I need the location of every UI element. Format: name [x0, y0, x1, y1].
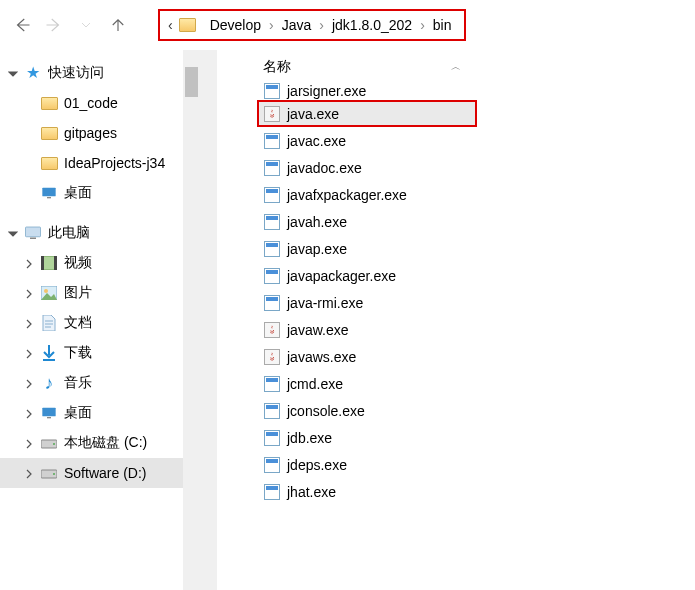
- arrow-up-icon: [109, 16, 127, 34]
- chevron-right-icon[interactable]: [24, 436, 38, 450]
- file-name: jhat.exe: [287, 484, 336, 500]
- breadcrumb-segment[interactable]: Java: [282, 17, 312, 33]
- file-name: jconsole.exe: [287, 403, 365, 419]
- file-name: java-rmi.exe: [287, 295, 363, 311]
- svg-rect-5: [41, 256, 44, 270]
- executable-icon: [263, 429, 281, 447]
- file-row[interactable]: java-rmi.exe: [257, 289, 695, 316]
- tree-item-label: 图片: [64, 284, 92, 302]
- java-icon: [263, 348, 281, 366]
- file-name: jcmd.exe: [287, 376, 343, 392]
- arrow-right-icon: [45, 16, 63, 34]
- file-row[interactable]: javaw.exe: [257, 316, 695, 343]
- chevron-right-icon[interactable]: ›: [420, 17, 425, 33]
- chevron-right-icon[interactable]: [24, 376, 38, 390]
- file-row[interactable]: java.exe: [257, 100, 477, 127]
- chevron-right-icon[interactable]: [24, 466, 38, 480]
- breadcrumb-segment[interactable]: bin: [433, 17, 452, 33]
- file-row[interactable]: javadoc.exe: [257, 154, 695, 181]
- executable-icon: [263, 483, 281, 501]
- svg-rect-2: [26, 227, 41, 237]
- file-name: java.exe: [287, 106, 339, 122]
- executable-icon: [263, 375, 281, 393]
- file-name: jarsigner.exe: [287, 83, 366, 99]
- executable-icon: [263, 294, 281, 312]
- chevron-right-icon[interactable]: [24, 256, 38, 270]
- file-row[interactable]: jhat.exe: [257, 478, 695, 505]
- tree-group[interactable]: 此电脑: [0, 218, 183, 248]
- tree-item[interactable]: 视频: [0, 248, 183, 278]
- executable-icon: [263, 240, 281, 258]
- column-header-name[interactable]: 名称: [263, 58, 291, 76]
- file-row[interactable]: javafxpackager.exe: [257, 181, 695, 208]
- breadcrumb[interactable]: ‹ Develop › Java › jdk1.8.0_202 › bin: [158, 9, 466, 41]
- nav-forward-button[interactable]: [44, 15, 64, 35]
- file-row[interactable]: jdb.exe: [257, 424, 695, 451]
- sidebar-scrollbar[interactable]: [183, 50, 200, 590]
- nav-arrow-group: [12, 15, 128, 35]
- chevron-right-icon[interactable]: [24, 316, 38, 330]
- file-row[interactable]: javaws.exe: [257, 343, 695, 370]
- tree-item[interactable]: 桌面: [0, 398, 183, 428]
- svg-rect-1: [47, 197, 51, 198]
- tree-group[interactable]: ★快速访问: [0, 58, 183, 88]
- file-list: 名称 ︿ jarsigner.exejava.exejavac.exejavad…: [217, 50, 695, 590]
- file-row[interactable]: javap.exe: [257, 235, 695, 262]
- tree-item-label: 桌面: [64, 184, 92, 202]
- chevron-right-icon[interactable]: [24, 346, 38, 360]
- scrollbar-thumb[interactable]: [185, 67, 198, 97]
- chevron-right-icon[interactable]: [24, 406, 38, 420]
- tree-item[interactable]: Software (D:): [0, 458, 183, 488]
- tree-item[interactable]: ♪音乐: [0, 368, 183, 398]
- breadcrumb-segment[interactable]: Develop: [210, 17, 261, 33]
- file-row[interactable]: jcmd.exe: [257, 370, 695, 397]
- tree-item-label: gitpages: [64, 125, 117, 141]
- file-name: javac.exe: [287, 133, 346, 149]
- arrow-left-icon: [13, 16, 31, 34]
- executable-icon: [263, 213, 281, 231]
- nav-back-button[interactable]: [12, 15, 32, 35]
- nav-recent-dropdown[interactable]: [76, 15, 96, 35]
- svg-rect-9: [43, 359, 55, 361]
- file-row[interactable]: jdeps.exe: [257, 451, 695, 478]
- tree-item[interactable]: 01_code: [0, 88, 183, 118]
- tree-item-label: 视频: [64, 254, 92, 272]
- file-row[interactable]: javah.exe: [257, 208, 695, 235]
- svg-point-15: [53, 473, 55, 475]
- chevron-right-icon[interactable]: ›: [319, 17, 324, 33]
- file-row[interactable]: jconsole.exe: [257, 397, 695, 424]
- file-name: javadoc.exe: [287, 160, 362, 176]
- file-row[interactable]: javac.exe: [257, 127, 695, 154]
- navigation-tree: ★快速访问01_codegitpagesIdeaProjects-j34桌面此电…: [0, 50, 200, 590]
- executable-icon: [263, 186, 281, 204]
- tree-item[interactable]: 文档: [0, 308, 183, 338]
- tree-item[interactable]: gitpages: [0, 118, 183, 148]
- nav-up-button[interactable]: [108, 15, 128, 35]
- chevron-down-icon[interactable]: [8, 66, 22, 80]
- chevron-right-icon[interactable]: ›: [269, 17, 274, 33]
- tree-item-label: Software (D:): [64, 465, 146, 481]
- file-name: javaws.exe: [287, 349, 356, 365]
- tree-item[interactable]: 桌面: [0, 178, 183, 208]
- tree-item-label: 文档: [64, 314, 92, 332]
- tree-item[interactable]: 本地磁盘 (C:): [0, 428, 183, 458]
- sort-caret-icon: ︿: [451, 60, 461, 74]
- svg-rect-6: [54, 256, 57, 270]
- chevron-down-icon[interactable]: [8, 226, 22, 240]
- breadcrumb-overflow[interactable]: ‹: [168, 17, 173, 33]
- tree-item[interactable]: 图片: [0, 278, 183, 308]
- file-row[interactable]: javapackager.exe: [257, 262, 695, 289]
- breadcrumb-segment[interactable]: jdk1.8.0_202: [332, 17, 412, 33]
- tree-item-label: IdeaProjects-j34: [64, 155, 165, 171]
- java-icon: [263, 105, 281, 123]
- executable-icon: [263, 132, 281, 150]
- file-name: javap.exe: [287, 241, 347, 257]
- svg-point-13: [53, 443, 55, 445]
- tree-item[interactable]: 下载: [0, 338, 183, 368]
- file-row[interactable]: jarsigner.exe: [257, 82, 695, 100]
- tree-item-label: 01_code: [64, 95, 118, 111]
- column-header-row: 名称 ︿: [257, 54, 695, 82]
- tree-item[interactable]: IdeaProjects-j34: [0, 148, 183, 178]
- file-name: javapackager.exe: [287, 268, 396, 284]
- chevron-right-icon[interactable]: [24, 286, 38, 300]
